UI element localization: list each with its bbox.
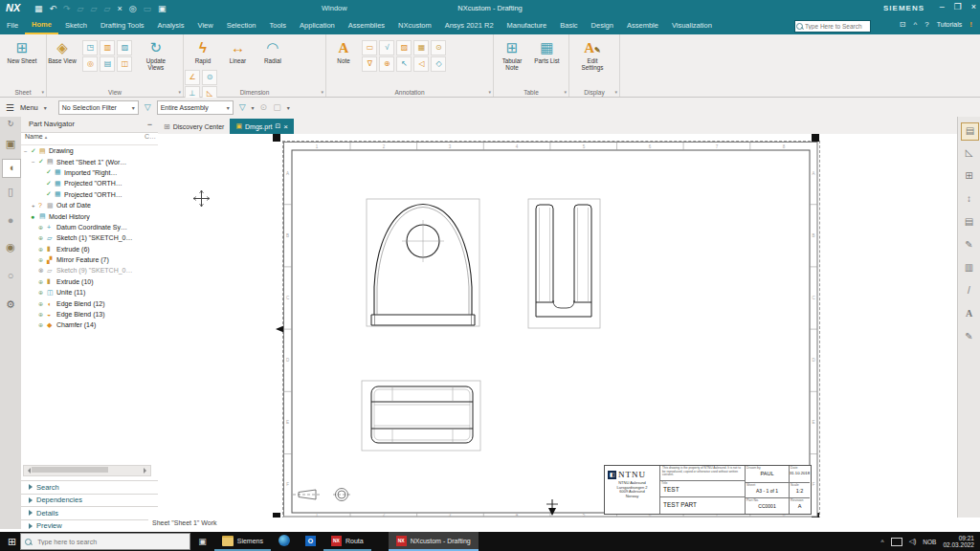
selection-handle[interactable]	[273, 134, 280, 142]
tab-visualization[interactable]: Visualization	[665, 18, 719, 33]
target-point-icon[interactable]: ⊙	[431, 40, 446, 55]
angular-dimension-icon[interactable]: ∠	[185, 70, 200, 85]
linear-dimension-button[interactable]: ↔ Linear	[222, 38, 253, 64]
tree-row[interactable]: ⊕◒Edge Blend (13)	[21, 309, 158, 320]
tab-home[interactable]: Home	[25, 17, 58, 34]
taskbar-item-edge[interactable]	[271, 532, 298, 551]
edit-sheet-icon[interactable]: ✎	[961, 237, 977, 253]
group-dialog-launcher-icon[interactable]: ▾	[488, 89, 491, 95]
tab-selection[interactable]: Selection	[220, 18, 263, 33]
selection-filter-icon[interactable]: ▽	[145, 102, 151, 112]
tree-item-label[interactable]: Extrude (10)	[56, 278, 94, 285]
tree-row[interactable]: ⊕▱Sketch (1) "SKETCH_0…	[21, 232, 158, 243]
scroll-left-icon[interactable]	[25, 468, 31, 474]
tree-item-label[interactable]: Drawing	[49, 147, 74, 154]
web-browser-icon[interactable]: ◉	[2, 239, 19, 256]
parts-list-button[interactable]: ▦ Parts List	[531, 38, 562, 64]
fit-sheet-icon[interactable]: ↕	[961, 191, 977, 208]
note-button[interactable]: A Note	[330, 38, 357, 64]
tab-part-document[interactable]: ▣ Dmgs.prt ⊡ ×	[230, 119, 294, 134]
group-dialog-launcher-icon[interactable]: ▾	[321, 89, 323, 95]
volume-icon[interactable]: ◁)	[909, 538, 917, 545]
refresh-icon[interactable]: ↻	[2, 119, 19, 130]
group-dialog-launcher-icon[interactable]: ▾	[614, 89, 617, 95]
detail-view-icon[interactable]: ◎	[82, 56, 98, 72]
leader-icon[interactable]: ↖	[396, 56, 412, 72]
snap-dropdown-icon[interactable]: ▾	[287, 104, 290, 111]
tab-application[interactable]: Application	[293, 18, 342, 33]
assembly-navigator-icon[interactable]: ▣	[2, 136, 19, 153]
tab-discovery-center[interactable]: ⊞ Discovery Center	[158, 119, 230, 134]
taskbar-item-siemens[interactable]: Siemens	[214, 532, 271, 551]
sketch-line-icon[interactable]: /	[961, 283, 977, 299]
tab-file[interactable]: File	[0, 18, 25, 33]
fullscreen-icon[interactable]: ⊡	[900, 20, 906, 29]
tree-column-header[interactable]: Name ▴ C…	[21, 133, 158, 145]
tree-item-label[interactable]: Projected "ORTH…	[64, 191, 122, 198]
suppress-check-icon[interactable]: ⊕	[38, 289, 47, 296]
close-button[interactable]: ×	[971, 2, 976, 11]
sheet-settings-icon[interactable]: ▤	[961, 214, 977, 231]
tree-row[interactable]: −✓▤Sheet "Sheet 1" (Wor…	[21, 156, 158, 166]
taskbar-item-outlook[interactable]: O	[298, 532, 323, 551]
break-view-icon[interactable]: ▤	[100, 56, 115, 72]
section-view-icon[interactable]: ▥	[100, 40, 115, 55]
tree-row[interactable]: ⊕▞Mirror Feature (7)	[21, 254, 158, 265]
section-details[interactable]: Details	[21, 506, 158, 519]
check-icon[interactable]: ✓	[46, 190, 55, 198]
radial-dimension-button[interactable]: ◠ Radial	[257, 38, 288, 64]
taskbar-item-routa[interactable]: NX Routa	[323, 532, 371, 551]
scroll-right-icon[interactable]	[144, 468, 149, 474]
tree-item-label[interactable]: Mirror Feature (7)	[56, 256, 109, 263]
base-view-button[interactable]: ◈ Base View	[47, 38, 78, 64]
tab-assemblies[interactable]: Assemblies	[342, 18, 391, 33]
tab-nxcustom[interactable]: NXcustom	[391, 18, 438, 33]
expander-icon[interactable]: −	[32, 159, 38, 165]
tree-row[interactable]: −✓▤Drawing	[21, 145, 158, 156]
tree-item-label[interactable]: Model History	[49, 213, 90, 220]
taskbar-clock[interactable]: 09:21 02.03.2022	[943, 535, 974, 549]
constraint-navigator-icon[interactable]: ▯	[2, 184, 19, 201]
hd3d-tools-icon[interactable]: ●	[2, 212, 19, 230]
view-options-icon[interactable]: ◫	[117, 56, 132, 72]
tab-sketch[interactable]: Sketch	[58, 18, 94, 33]
taskbar-item-nxcustom[interactable]: NX NXcustom - Drafting	[389, 532, 479, 551]
edit-annotation-icon[interactable]: ✎	[961, 329, 977, 345]
crosshatch-icon[interactable]: ▨	[396, 40, 412, 55]
tree-row[interactable]: ⊗▱Sketch (9) "SKETCH_0…	[21, 265, 158, 276]
tree-row[interactable]: ✓▦Projected "ORTH…	[21, 178, 158, 188]
filters-dropdown-icon[interactable]: ▾	[252, 104, 255, 111]
custom-symbol-icon[interactable]: ◇	[431, 56, 446, 72]
command-finder-input[interactable]	[803, 23, 868, 30]
check-icon[interactable]: ✓	[46, 168, 55, 176]
drawing-sheet[interactable]: 1 2 3 4 5 6 7 8 1 2 3 4 5 6 7 8 A B C D …	[283, 142, 818, 518]
tab-tools[interactable]: Tools	[263, 18, 294, 33]
tab-design[interactable]: Design	[585, 18, 620, 33]
rapid-dimension-button[interactable]: ϟ Rapid	[188, 38, 218, 64]
surface-finish-icon[interactable]: √	[379, 40, 394, 55]
image-icon[interactable]: ▦	[413, 40, 429, 55]
suppress-check-icon[interactable]: ⊕	[38, 246, 47, 253]
new-sheet-icon[interactable]: ⊞	[961, 168, 977, 185]
section-pattern-icon[interactable]: ▥	[961, 260, 977, 276]
expander-icon[interactable]: −	[24, 148, 31, 154]
tree-item-label[interactable]: Unite (11)	[56, 289, 85, 296]
model-history-icon[interactable]: ●	[31, 213, 39, 220]
center-mark-icon[interactable]: ⊕	[379, 56, 394, 72]
tree-row[interactable]: ⊕▮Extrude (6)	[21, 244, 158, 254]
check-icon[interactable]: ✓	[38, 158, 47, 165]
check-icon[interactable]: ✓	[46, 180, 55, 187]
minimize-button[interactable]: –	[940, 2, 945, 11]
suppress-check-icon[interactable]: ⊗	[38, 267, 47, 275]
suppress-check-icon[interactable]: ⊕	[38, 234, 47, 241]
tree-item-label[interactable]: Out of Date	[56, 202, 91, 209]
check-icon[interactable]: ✓	[31, 147, 39, 155]
maximize-button[interactable]: ❐	[954, 2, 962, 11]
tree-row[interactable]: ⊕+Datum Coordinate Sy…	[21, 222, 158, 232]
section-dependencies[interactable]: Dependencies	[21, 494, 158, 507]
task-view-icon[interactable]: ▣	[198, 537, 207, 546]
annotation-settings-icon[interactable]: A	[961, 306, 977, 322]
tree-item-label[interactable]: Edge Blend (12)	[56, 300, 105, 307]
suppress-check-icon[interactable]: ⊕	[38, 321, 47, 328]
tree-item-label[interactable]: Sketch (1) "SKETCH_0…	[56, 234, 133, 241]
